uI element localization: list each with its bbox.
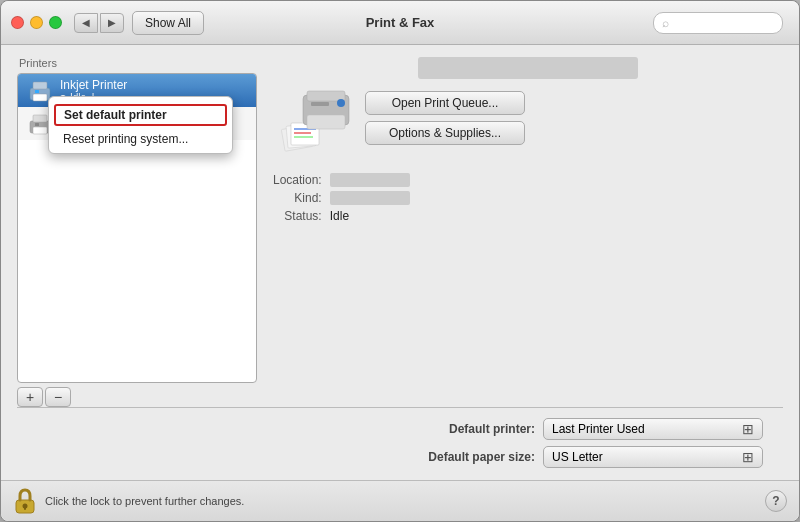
svg-rect-5 xyxy=(33,115,47,122)
traffic-lights xyxy=(11,16,62,29)
help-button[interactable]: ? xyxy=(765,490,787,512)
search-box[interactable]: ⌕ xyxy=(653,12,783,34)
lock-icon[interactable] xyxy=(13,487,37,515)
printer-name-selected: Inkjet Printer xyxy=(60,78,248,92)
context-menu: Set default printer Reset printing syste… xyxy=(48,96,233,154)
search-input[interactable] xyxy=(673,17,774,29)
lock-area: Click the lock to prevent further change… xyxy=(13,487,244,515)
kind-label: Kind: xyxy=(273,191,322,205)
main-area: Printers Inkjet Pr xyxy=(17,57,783,407)
printer-buttons: Open Print Queue... Options & Supplies..… xyxy=(365,91,525,145)
svg-rect-1 xyxy=(33,82,47,89)
location-value xyxy=(330,173,410,187)
status-label: Status: xyxy=(273,209,322,223)
minimize-button[interactable] xyxy=(30,16,43,29)
context-menu-reset[interactable]: Reset printing system... xyxy=(49,129,232,149)
bottom-section: Default printer: Last Printer Used ⊞ Def… xyxy=(17,407,783,468)
back-button[interactable]: ◀ xyxy=(74,13,98,33)
options-supplies-button[interactable]: Options & Supplies... xyxy=(365,121,525,145)
maximize-button[interactable] xyxy=(49,16,62,29)
select-arrow-icon: ⊞ xyxy=(742,421,754,437)
location-label: Location: xyxy=(273,173,322,187)
kind-value xyxy=(330,191,410,205)
lock-text: Click the lock to prevent further change… xyxy=(45,495,244,507)
remove-printer-button[interactable]: − xyxy=(45,387,71,407)
svg-rect-3 xyxy=(35,90,39,93)
open-print-queue-button[interactable]: Open Print Queue... xyxy=(365,91,525,115)
svg-rect-7 xyxy=(35,123,39,126)
list-controls: + − xyxy=(17,387,257,407)
main-window: ◀ ▶ Show All Print & Fax ⌕ Printers xyxy=(0,0,800,522)
right-panel: Open Print Queue... Options & Supplies..… xyxy=(273,57,783,407)
svg-point-17 xyxy=(337,99,345,107)
select-arrow-icon-2: ⊞ xyxy=(742,449,754,465)
default-paper-select[interactable]: US Letter ⊞ xyxy=(543,446,763,468)
add-printer-button[interactable]: + xyxy=(17,387,43,407)
status-value: Idle xyxy=(330,209,783,223)
default-paper-label: Default paper size: xyxy=(428,450,535,464)
default-paper-row: Default paper size: US Letter ⊞ xyxy=(17,446,783,468)
window-title: Print & Fax xyxy=(366,15,435,30)
context-menu-set-default[interactable]: Set default printer xyxy=(54,104,227,126)
svg-rect-18 xyxy=(311,102,329,106)
printers-list[interactable]: Inkjet Printer Idle, L... Set default pr… xyxy=(17,73,257,383)
close-button[interactable] xyxy=(11,16,24,29)
printer-detail-area: Open Print Queue... Options & Supplies..… xyxy=(273,87,783,157)
titlebar: ◀ ▶ Show All Print & Fax ⌕ xyxy=(1,1,799,45)
footer: Click the lock to prevent further change… xyxy=(1,480,799,521)
printer-name-bar xyxy=(418,57,638,79)
content-area: Printers Inkjet Pr xyxy=(1,45,799,480)
search-icon: ⌕ xyxy=(662,16,669,30)
svg-rect-2 xyxy=(33,94,47,101)
printers-section-label: Printers xyxy=(19,57,257,69)
svg-rect-6 xyxy=(33,127,47,134)
default-printer-select[interactable]: Last Printer Used ⊞ xyxy=(543,418,763,440)
svg-rect-21 xyxy=(24,506,26,510)
default-printer-row: Default printer: Last Printer Used ⊞ xyxy=(17,418,783,440)
nav-buttons: ◀ ▶ xyxy=(74,13,124,33)
printer-meta: Location: Kind: Status: Idle xyxy=(273,173,783,223)
svg-rect-16 xyxy=(307,115,345,129)
show-all-button[interactable]: Show All xyxy=(132,11,204,35)
printer-large-icon xyxy=(273,87,353,157)
default-printer-label: Default printer: xyxy=(449,422,535,436)
printers-panel: Printers Inkjet Pr xyxy=(17,57,257,407)
forward-button[interactable]: ▶ xyxy=(100,13,124,33)
